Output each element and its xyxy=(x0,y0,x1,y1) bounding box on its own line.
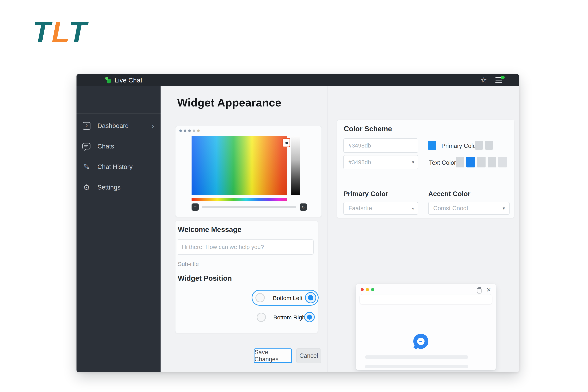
position-option-label: Bottom Left xyxy=(273,295,303,302)
traffic-light-green-icon xyxy=(371,288,374,291)
primary-color-field-label: Primary Color xyxy=(343,190,388,198)
logo-letter-t1: T xyxy=(33,15,52,48)
dashboard-icon: 2 xyxy=(83,122,91,130)
settings-gear-icon: ⚙ xyxy=(82,183,91,192)
filter-icon[interactable] xyxy=(495,76,505,84)
picker-dots xyxy=(179,130,200,132)
page-title: Widget Appearance xyxy=(177,96,281,109)
cancel-button[interactable]: Cancel xyxy=(296,348,321,363)
sidebar-item-dashboard[interactable]: 2 Dashboard › xyxy=(77,119,161,133)
dot xyxy=(193,130,195,132)
sidebar-item-label: Dashboard xyxy=(98,122,129,130)
radio-selected-icon[interactable] xyxy=(305,292,316,303)
text-color-swatch[interactable] xyxy=(498,156,507,168)
brightness-strip[interactable] xyxy=(291,136,300,195)
title-bar: Live Chat ☆ xyxy=(77,74,519,86)
radio-unselected-icon[interactable] xyxy=(255,293,265,302)
widget-preview-window: ✕ xyxy=(356,284,496,370)
primary-color-swatch[interactable] xyxy=(428,141,436,150)
close-icon: ✕ xyxy=(486,286,491,293)
welcome-message-input[interactable] xyxy=(177,240,314,254)
tlt-logo: TLT xyxy=(33,17,88,46)
chevron-right-icon: › xyxy=(152,119,154,133)
hex-color-input-1[interactable] xyxy=(344,139,418,152)
zoom-out-button[interactable]: − xyxy=(192,204,199,210)
text-color-label: Text Color xyxy=(429,159,456,166)
slider-handle-button[interactable]: ◇ xyxy=(300,204,307,210)
color-scheme-card: Color Scheme Primary Color ▾ Text Color xyxy=(337,120,514,218)
chat-widget-bubble-icon xyxy=(413,334,428,349)
text-color-swatch-selected[interactable] xyxy=(466,156,475,168)
color-picker-marker[interactable] xyxy=(282,138,290,147)
widget-settings-card: Welcome Message Sub-iitle Widget Positio… xyxy=(175,221,318,333)
position-option-label: Bottom Right xyxy=(273,314,307,321)
text-color-swatch[interactable] xyxy=(456,156,464,168)
sidebar-item-chats[interactable]: Chats xyxy=(77,139,161,154)
traffic-light-red-icon xyxy=(361,288,364,291)
color-swatch[interactable] xyxy=(475,141,483,150)
page: TLT Live Chat ☆ 2 Dashboard › xyxy=(0,0,588,392)
subtitle-text: Sub-iitle xyxy=(178,261,199,267)
dot xyxy=(188,130,191,132)
main-content: Widget Appearance − ◇ xyxy=(161,86,519,372)
sidebar-item-label: Chat History xyxy=(98,163,133,170)
dot xyxy=(197,130,200,132)
logo-letter-t2: T xyxy=(69,15,88,48)
lock-icon xyxy=(477,288,481,294)
placeholder-line xyxy=(365,356,468,359)
logo-letter-l: L xyxy=(52,15,69,48)
text-color-swatch[interactable] xyxy=(477,156,485,168)
sort-triangle-icon: ▵ xyxy=(412,205,414,212)
accent-color-field-label: Accent Color xyxy=(428,190,470,198)
accent-color-dropdown[interactable]: ▾ xyxy=(428,202,509,215)
chat-history-icon: ✎ xyxy=(82,162,91,171)
accent-color-value-input[interactable] xyxy=(429,202,496,214)
primary-color-field[interactable]: ▵ xyxy=(343,202,418,215)
sidebar-item-chat-history[interactable]: ✎ Chat History xyxy=(77,160,161,174)
sidebar-item-settings[interactable]: ⚙ Settings xyxy=(77,180,161,194)
live-chat-logo-icon xyxy=(105,76,113,84)
chevron-down-icon: ▾ xyxy=(503,206,505,211)
radio-selected-icon[interactable] xyxy=(304,312,315,322)
position-option-bottom-left[interactable]: Bottom Left xyxy=(252,290,319,306)
sidebar-nav: 2 Dashboard › Chats ✎ Chat History ⚙ Set… xyxy=(77,119,161,194)
app-window: Live Chat ☆ 2 Dashboard › Chats ✎ xyxy=(77,74,519,372)
sidebar-item-label: Chats xyxy=(98,143,114,150)
primary-color-swatch-label: Primary Color xyxy=(441,142,478,150)
color-swatch[interactable] xyxy=(485,141,493,150)
primary-color-value-input[interactable] xyxy=(344,202,408,214)
sidebar-item-label: Settings xyxy=(98,184,121,191)
slider-track[interactable] xyxy=(202,206,296,208)
hex-color-dropdown[interactable]: ▾ xyxy=(343,155,418,170)
saturation-gradient-area[interactable] xyxy=(192,136,287,195)
hex-color-input-2[interactable] xyxy=(344,156,408,169)
star-icon[interactable]: ☆ xyxy=(480,74,487,86)
sidebar-header-space xyxy=(77,86,161,114)
chats-icon xyxy=(82,143,91,150)
traffic-light-yellow-icon xyxy=(366,288,369,291)
color-scheme-heading: Color Scheme xyxy=(344,125,392,133)
chevron-down-icon: ▾ xyxy=(412,160,414,165)
text-color-swatch[interactable] xyxy=(488,156,496,168)
section-divider xyxy=(343,184,508,184)
window-title: Live Chat xyxy=(115,74,142,86)
address-bar xyxy=(359,294,492,304)
placeholder-line xyxy=(365,365,468,368)
welcome-message-heading: Welcome Message xyxy=(178,226,241,234)
save-changes-button[interactable]: Save Changes xyxy=(254,348,292,363)
widget-position-heading: Widget Position xyxy=(178,274,232,282)
color-picker-card: − ◇ xyxy=(175,126,322,217)
radio-unselected-icon[interactable] xyxy=(257,313,266,322)
sidebar: 2 Dashboard › Chats ✎ Chat History ⚙ Set… xyxy=(77,86,161,372)
dot xyxy=(179,130,182,132)
hue-slider-bar[interactable] xyxy=(192,198,287,201)
position-option-bottom-right[interactable]: Bottom Right xyxy=(252,312,319,324)
dot xyxy=(184,130,186,132)
